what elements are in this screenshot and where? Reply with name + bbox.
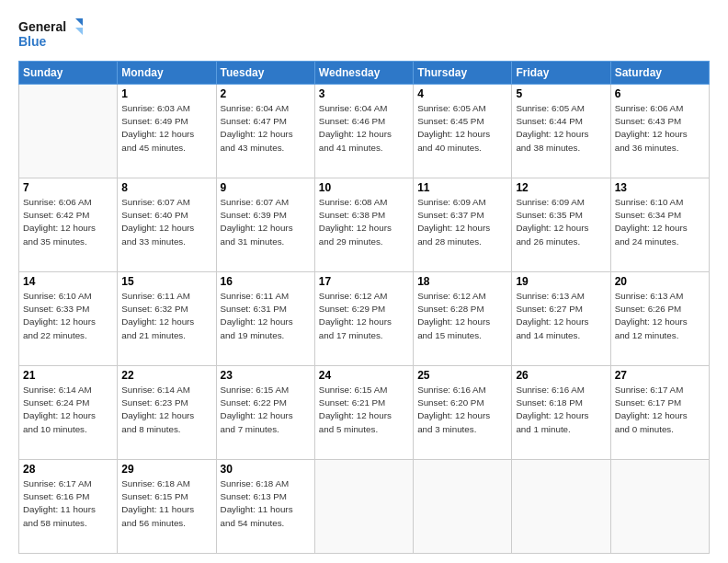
cell-daylight-info: Sunrise: 6:15 AMSunset: 6:21 PMDaylight:… (319, 384, 409, 436)
cell-daylight-info: Sunrise: 6:14 AMSunset: 6:23 PMDaylight:… (121, 384, 211, 436)
cell-day-number: 16 (221, 275, 311, 288)
cell-day-number: 10 (319, 181, 409, 194)
cell-daylight-info: Sunrise: 6:18 AMSunset: 6:15 PMDaylight:… (121, 477, 211, 530)
cell-day-number: 19 (516, 275, 606, 288)
cell-daylight-info: Sunrise: 6:15 AMSunset: 6:22 PMDaylight:… (221, 384, 311, 436)
svg-text:General: General (18, 19, 66, 34)
calendar-cell: 1Sunrise: 6:03 AMSunset: 6:49 PMDaylight… (118, 85, 216, 178)
cell-daylight-info: Sunrise: 6:06 AMSunset: 6:42 PMDaylight:… (23, 196, 113, 248)
svg-marker-3 (75, 28, 83, 35)
logo-svg: General Blue (18, 17, 83, 52)
calendar-cell (19, 85, 118, 178)
calendar-cell: 17Sunrise: 6:12 AMSunset: 6:29 PMDayligh… (314, 272, 413, 366)
calendar-cell: 30Sunrise: 6:18 AMSunset: 6:13 PMDayligh… (216, 460, 314, 554)
calendar-week-1: 1Sunrise: 6:03 AMSunset: 6:49 PMDaylight… (19, 85, 710, 178)
cell-daylight-info: Sunrise: 6:16 AMSunset: 6:20 PMDaylight:… (417, 384, 507, 436)
svg-marker-2 (75, 18, 83, 26)
cell-daylight-info: Sunrise: 6:10 AMSunset: 6:33 PMDaylight:… (23, 290, 113, 342)
calendar-cell: 19Sunrise: 6:13 AMSunset: 6:27 PMDayligh… (512, 272, 610, 366)
cell-daylight-info: Sunrise: 6:07 AMSunset: 6:39 PMDaylight:… (221, 196, 311, 248)
calendar-cell: 25Sunrise: 6:16 AMSunset: 6:20 PMDayligh… (414, 366, 512, 460)
calendar-cell: 9Sunrise: 6:07 AMSunset: 6:39 PMDaylight… (216, 178, 314, 272)
header: General Blue (18, 17, 710, 52)
cell-day-number: 21 (23, 369, 113, 382)
cell-daylight-info: Sunrise: 6:11 AMSunset: 6:32 PMDaylight:… (121, 290, 211, 342)
calendar-cell (314, 460, 413, 554)
calendar-cell: 12Sunrise: 6:09 AMSunset: 6:35 PMDayligh… (512, 178, 610, 272)
calendar-cell: 10Sunrise: 6:08 AMSunset: 6:38 PMDayligh… (314, 178, 413, 272)
cell-daylight-info: Sunrise: 6:11 AMSunset: 6:31 PMDaylight:… (221, 290, 311, 342)
cell-day-number: 11 (417, 181, 507, 194)
col-header-saturday: Saturday (610, 62, 709, 85)
cell-day-number: 24 (319, 369, 409, 382)
cell-daylight-info: Sunrise: 6:12 AMSunset: 6:29 PMDaylight:… (319, 290, 409, 342)
calendar-week-3: 14Sunrise: 6:10 AMSunset: 6:33 PMDayligh… (19, 272, 710, 366)
calendar-cell: 20Sunrise: 6:13 AMSunset: 6:26 PMDayligh… (610, 272, 709, 366)
col-header-friday: Friday (512, 62, 610, 85)
cell-day-number: 20 (615, 275, 705, 288)
cell-daylight-info: Sunrise: 6:07 AMSunset: 6:40 PMDaylight:… (121, 196, 211, 248)
cell-daylight-info: Sunrise: 6:10 AMSunset: 6:34 PMDaylight:… (615, 196, 705, 248)
cell-daylight-info: Sunrise: 6:14 AMSunset: 6:24 PMDaylight:… (23, 384, 113, 436)
cell-day-number: 23 (221, 369, 311, 382)
calendar-cell: 23Sunrise: 6:15 AMSunset: 6:22 PMDayligh… (216, 366, 314, 460)
col-header-wednesday: Wednesday (314, 62, 413, 85)
cell-daylight-info: Sunrise: 6:12 AMSunset: 6:28 PMDaylight:… (417, 290, 507, 342)
col-header-monday: Monday (118, 62, 216, 85)
calendar-header-row: SundayMondayTuesdayWednesdayThursdayFrid… (19, 62, 710, 85)
calendar-cell: 2Sunrise: 6:04 AMSunset: 6:47 PMDaylight… (216, 85, 314, 178)
cell-day-number: 13 (615, 181, 705, 194)
logo: General Blue (18, 17, 83, 52)
calendar-cell: 28Sunrise: 6:17 AMSunset: 6:16 PMDayligh… (19, 460, 118, 554)
cell-daylight-info: Sunrise: 6:13 AMSunset: 6:27 PMDaylight:… (516, 290, 606, 342)
cell-day-number: 28 (23, 463, 113, 476)
cell-day-number: 25 (417, 369, 507, 382)
calendar-cell (512, 460, 610, 554)
cell-daylight-info: Sunrise: 6:09 AMSunset: 6:37 PMDaylight:… (417, 196, 507, 248)
col-header-sunday: Sunday (19, 62, 118, 85)
cell-day-number: 15 (121, 275, 211, 288)
cell-day-number: 3 (319, 87, 409, 100)
calendar-cell: 14Sunrise: 6:10 AMSunset: 6:33 PMDayligh… (19, 272, 118, 366)
cell-day-number: 8 (121, 181, 211, 194)
calendar-page: General Blue SundayMondayTuesdayWednesda… (0, 0, 728, 563)
cell-day-number: 26 (516, 369, 606, 382)
calendar-week-5: 28Sunrise: 6:17 AMSunset: 6:16 PMDayligh… (19, 460, 710, 554)
cell-daylight-info: Sunrise: 6:05 AMSunset: 6:45 PMDaylight:… (417, 102, 507, 155)
cell-day-number: 18 (417, 275, 507, 288)
cell-daylight-info: Sunrise: 6:17 AMSunset: 6:16 PMDaylight:… (23, 477, 113, 530)
svg-text:Blue: Blue (18, 34, 47, 49)
col-header-thursday: Thursday (414, 62, 512, 85)
cell-daylight-info: Sunrise: 6:17 AMSunset: 6:17 PMDaylight:… (615, 384, 705, 436)
cell-day-number: 17 (319, 275, 409, 288)
calendar-week-2: 7Sunrise: 6:06 AMSunset: 6:42 PMDaylight… (19, 178, 710, 272)
calendar-table: SundayMondayTuesdayWednesdayThursdayFrid… (18, 61, 710, 554)
cell-day-number: 9 (221, 181, 311, 194)
cell-day-number: 30 (221, 463, 311, 476)
calendar-cell (414, 460, 512, 554)
cell-daylight-info: Sunrise: 6:16 AMSunset: 6:18 PMDaylight:… (516, 384, 606, 436)
cell-daylight-info: Sunrise: 6:18 AMSunset: 6:13 PMDaylight:… (221, 477, 311, 530)
cell-day-number: 4 (417, 87, 507, 100)
calendar-cell: 22Sunrise: 6:14 AMSunset: 6:23 PMDayligh… (118, 366, 216, 460)
calendar-cell: 21Sunrise: 6:14 AMSunset: 6:24 PMDayligh… (19, 366, 118, 460)
cell-daylight-info: Sunrise: 6:08 AMSunset: 6:38 PMDaylight:… (319, 196, 409, 248)
cell-day-number: 29 (121, 463, 211, 476)
calendar-cell: 5Sunrise: 6:05 AMSunset: 6:44 PMDaylight… (512, 85, 610, 178)
calendar-cell: 7Sunrise: 6:06 AMSunset: 6:42 PMDaylight… (19, 178, 118, 272)
cell-daylight-info: Sunrise: 6:04 AMSunset: 6:47 PMDaylight:… (221, 102, 311, 155)
cell-daylight-info: Sunrise: 6:05 AMSunset: 6:44 PMDaylight:… (516, 102, 606, 155)
cell-day-number: 6 (615, 87, 705, 100)
cell-day-number: 7 (23, 181, 113, 194)
cell-day-number: 14 (23, 275, 113, 288)
calendar-cell: 29Sunrise: 6:18 AMSunset: 6:15 PMDayligh… (118, 460, 216, 554)
cell-daylight-info: Sunrise: 6:13 AMSunset: 6:26 PMDaylight:… (615, 290, 705, 342)
cell-daylight-info: Sunrise: 6:03 AMSunset: 6:49 PMDaylight:… (121, 102, 211, 155)
calendar-cell: 27Sunrise: 6:17 AMSunset: 6:17 PMDayligh… (610, 366, 709, 460)
cell-day-number: 12 (516, 181, 606, 194)
cell-day-number: 1 (121, 87, 211, 100)
calendar-cell: 16Sunrise: 6:11 AMSunset: 6:31 PMDayligh… (216, 272, 314, 366)
calendar-cell: 15Sunrise: 6:11 AMSunset: 6:32 PMDayligh… (118, 272, 216, 366)
calendar-cell: 18Sunrise: 6:12 AMSunset: 6:28 PMDayligh… (414, 272, 512, 366)
col-header-tuesday: Tuesday (216, 62, 314, 85)
